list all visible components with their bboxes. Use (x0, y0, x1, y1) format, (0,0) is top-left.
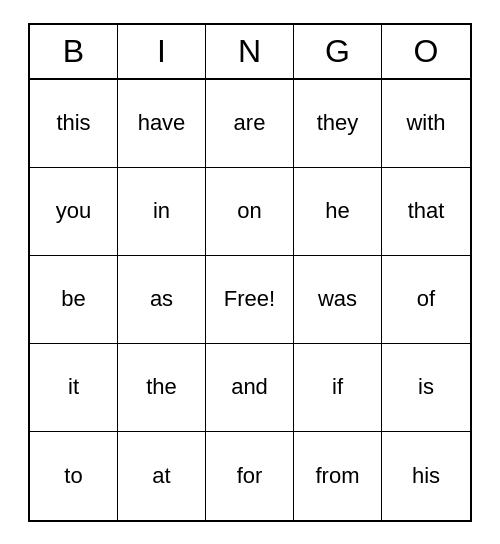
bingo-row-2: beasFree!wasof (30, 256, 470, 344)
header-cell-g: G (294, 25, 382, 80)
bingo-cell-1-3: he (294, 168, 382, 256)
bingo-cell-3-3: if (294, 344, 382, 432)
bingo-cell-2-2: Free! (206, 256, 294, 344)
bingo-cell-4-1: at (118, 432, 206, 520)
bingo-header: BINGO (30, 25, 470, 80)
bingo-cell-3-2: and (206, 344, 294, 432)
bingo-cell-1-2: on (206, 168, 294, 256)
bingo-cell-4-0: to (30, 432, 118, 520)
bingo-cell-1-0: you (30, 168, 118, 256)
bingo-row-4: toatforfromhis (30, 432, 470, 520)
bingo-cell-2-1: as (118, 256, 206, 344)
bingo-cell-4-4: his (382, 432, 470, 520)
bingo-cell-2-0: be (30, 256, 118, 344)
bingo-cell-2-4: of (382, 256, 470, 344)
bingo-row-0: thishavearetheywith (30, 80, 470, 168)
bingo-cell-0-2: are (206, 80, 294, 168)
bingo-cell-4-3: from (294, 432, 382, 520)
bingo-cell-0-0: this (30, 80, 118, 168)
bingo-cell-3-0: it (30, 344, 118, 432)
header-cell-o: O (382, 25, 470, 80)
bingo-cell-2-3: was (294, 256, 382, 344)
bingo-cell-3-4: is (382, 344, 470, 432)
bingo-cell-0-1: have (118, 80, 206, 168)
bingo-cell-3-1: the (118, 344, 206, 432)
bingo-cell-1-4: that (382, 168, 470, 256)
bingo-row-3: ittheandifis (30, 344, 470, 432)
header-cell-n: N (206, 25, 294, 80)
bingo-cell-1-1: in (118, 168, 206, 256)
bingo-cell-0-4: with (382, 80, 470, 168)
bingo-card: BINGO thishavearetheywithyouinonhethatbe… (28, 23, 472, 522)
header-cell-i: I (118, 25, 206, 80)
bingo-cell-4-2: for (206, 432, 294, 520)
bingo-body: thishavearetheywithyouinonhethatbeasFree… (30, 80, 470, 520)
bingo-row-1: youinonhethat (30, 168, 470, 256)
bingo-cell-0-3: they (294, 80, 382, 168)
header-cell-b: B (30, 25, 118, 80)
